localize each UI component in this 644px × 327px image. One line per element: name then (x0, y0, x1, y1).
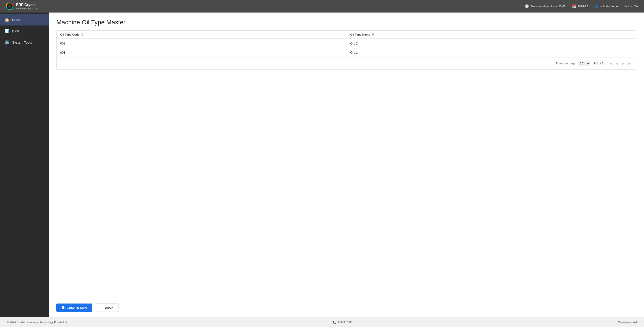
page-title: Machine Oil Type Master (56, 19, 637, 26)
svg-point-1 (8, 5, 11, 8)
brand-logo (5, 2, 14, 10)
footer: © 2024 Crystal Information Technology Pr… (0, 317, 644, 327)
footer-phone-number: 9867357300 (338, 321, 352, 324)
cell-oil-type-code[interactable]: 002 (56, 39, 346, 48)
action-bar: 📄 CREATE NEW ← BACK (49, 300, 644, 317)
back-arrow-icon: ← (100, 306, 103, 309)
fiscal-year: 📅 2024-25 (572, 4, 588, 8)
page-info: 1-2 of 2 (594, 62, 604, 65)
logout-icon: ↪ (624, 4, 627, 8)
clock-icon: 🕐 (525, 4, 529, 8)
cell-oil-type-name: OIL 1 (346, 48, 636, 57)
header-actions: 🕐 Session will expire at 20:43 📅 2024-25… (525, 4, 639, 8)
nav-last-button[interactable]: ▶| (627, 61, 633, 66)
sidebar-label-system-tools: System Tools (12, 40, 32, 44)
pagination-row: Rows per page: 102550100 1-2 of 2 |◀ ◀ ▶… (56, 57, 636, 69)
nav-first-button[interactable]: |◀ (607, 61, 613, 66)
main-layout: 🏠 Prism 📊 DPR ⚙️ System Tools Machine Oi… (0, 12, 644, 317)
back-label: BACK (105, 306, 114, 309)
sidebar-label-prism: Prism (12, 18, 20, 22)
chart-icon: 📊 (4, 29, 10, 34)
col-code-label: Oil Type Code (60, 33, 80, 36)
create-icon: 📄 (61, 306, 65, 309)
brand-name: ERP Crystal (16, 3, 39, 7)
create-new-label: CREATE NEW (67, 306, 87, 309)
sidebar-item-dpr[interactable]: 📊 DPR (0, 26, 49, 37)
table-wrapper: Oil Type Code ▽ Oil Type Name ▽ (56, 30, 637, 70)
rows-per-page-select[interactable]: 102550100 (578, 60, 590, 66)
username-label: udit_dprdemo (600, 5, 618, 8)
top-header: ERP Crystal the best is yet to be.. 🕐 Se… (0, 0, 644, 12)
logout-label: Log Out (628, 5, 639, 8)
brand-tagline: the best is yet to be.. (16, 7, 39, 10)
table-row: 002OIL 2 (56, 39, 636, 48)
session-info: 🕐 Session will expire at 20:43 (525, 4, 566, 8)
data-table: Oil Type Code ▽ Oil Type Name ▽ (56, 31, 636, 57)
cell-oil-type-code[interactable]: 001 (56, 48, 346, 57)
nav-prev-button[interactable]: ◀ (614, 61, 620, 66)
gear-icon: ⚙️ (4, 40, 10, 45)
logout-button[interactable]: ↪ Log Out (624, 4, 639, 8)
footer-copyright: © 2024 Crystal Information Technology Pr… (7, 321, 67, 324)
phone-icon: 📞 (333, 321, 336, 324)
main-content: Machine Oil Type Master Oil Type Code ▽ (49, 12, 644, 317)
col-header-name: Oil Type Name ▽ (346, 31, 636, 39)
sidebar-item-system-tools[interactable]: ⚙️ System Tools (0, 37, 49, 48)
calendar-icon: 📅 (572, 4, 576, 8)
table-body: 002OIL 2001OIL 1 (56, 39, 636, 57)
cell-oil-type-name: OIL 2 (346, 39, 636, 48)
rows-per-page-label: Rows per page: (556, 62, 576, 65)
col-header-code: Oil Type Code ▽ (56, 31, 346, 39)
filter-code-icon[interactable]: ▽ (81, 33, 84, 36)
table-header: Oil Type Code ▽ Oil Type Name ▽ (56, 31, 636, 39)
username-display: 👤 udit_dprdemo (594, 4, 618, 8)
table-row: 001OIL 1 (56, 48, 636, 57)
rows-per-page: Rows per page: 102550100 (556, 60, 590, 66)
footer-phone: 📞 9867357300 (333, 321, 352, 324)
col-name-label: Oil Type Name (350, 33, 370, 36)
content-inner: Machine Oil Type Master Oil Type Code ▽ (49, 12, 644, 300)
back-button[interactable]: ← BACK (95, 304, 119, 312)
brand-text: ERP Crystal the best is yet to be.. (16, 3, 39, 10)
filter-name-icon[interactable]: ▽ (372, 33, 374, 36)
footer-tagline: Software is Art (618, 320, 637, 324)
fiscal-year-value: 2024-25 (578, 5, 588, 8)
user-icon: 👤 (594, 4, 598, 8)
nav-next-button[interactable]: ▶ (620, 61, 626, 66)
sidebar-label-dpr: DPR (12, 29, 19, 33)
session-label: Session will expire at 20:43 (530, 5, 566, 8)
sidebar: 🏠 Prism 📊 DPR ⚙️ System Tools (0, 12, 49, 317)
brand: ERP Crystal the best is yet to be.. (5, 2, 39, 10)
nav-buttons: |◀ ◀ ▶ ▶| (607, 61, 633, 66)
sidebar-item-prism[interactable]: 🏠 Prism (0, 14, 49, 26)
home-icon: 🏠 (4, 18, 10, 22)
create-new-button[interactable]: 📄 CREATE NEW (56, 304, 92, 312)
